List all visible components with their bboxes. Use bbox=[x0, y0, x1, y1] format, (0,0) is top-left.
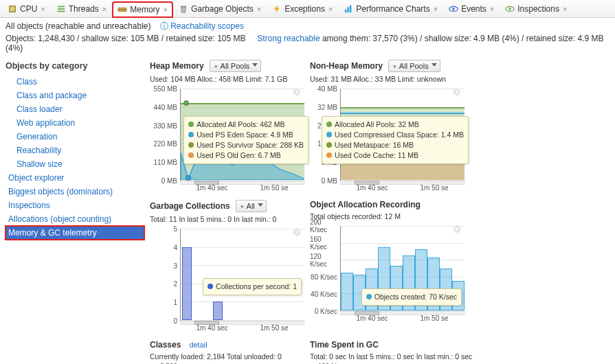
panel-title: Object Allocation Recording bbox=[310, 200, 421, 209]
tab-threads[interactable]: Threads× bbox=[52, 1, 111, 16]
close-icon[interactable]: × bbox=[102, 5, 107, 13]
summary-reach-text: All objects (reachable and unreachable) bbox=[5, 21, 150, 31]
sidebar-item-generation[interactable]: Generation bbox=[5, 130, 144, 144]
panel-subline: Total: 11 In last 5 mins.: 0 In last min… bbox=[150, 215, 304, 223]
eye-icon bbox=[449, 4, 458, 14]
svg-rect-3 bbox=[58, 8, 65, 10]
trash-icon bbox=[179, 4, 188, 14]
chart-tooltip: Collections per second: 1 bbox=[203, 278, 302, 295]
tab-performance-charts[interactable]: Performance Charts× bbox=[339, 1, 443, 16]
summary-line-2: Objects: 1,248,430 / shallow size: 105 M… bbox=[0, 34, 615, 54]
tab-exceptions[interactable]: Exceptions× bbox=[267, 1, 337, 16]
svg-rect-10 bbox=[345, 9, 347, 12]
threads-icon bbox=[56, 4, 66, 14]
svg-rect-8 bbox=[124, 9, 126, 10]
summary-line-1: All objects (reachable and unreachable) … bbox=[0, 18, 615, 34]
sidebar-item-allocations-object-counting-[interactable]: Allocations (object counting) bbox=[5, 212, 144, 226]
reachability-scopes-link[interactable]: Reachability scopes bbox=[170, 21, 244, 31]
classes-panel: ClassesdetailCurrently loaded: 2,184 Tot… bbox=[150, 340, 304, 364]
sidebar-item-inspections[interactable]: Inspections bbox=[5, 198, 144, 212]
panel-title: Heap Memory bbox=[150, 61, 204, 71]
object-allocation-panel: Object Allocation RecordingTotal objects… bbox=[310, 200, 465, 334]
eye2-icon bbox=[505, 4, 515, 14]
svg-point-16 bbox=[509, 8, 512, 10]
close-icon[interactable]: × bbox=[257, 5, 261, 13]
sidebar: Objects by category ClassClass and packa… bbox=[0, 54, 144, 364]
pool-selector[interactable]: All Pools bbox=[388, 60, 440, 72]
chart-tooltip: Allocated All Pools: 462 MBUsed PS Eden … bbox=[183, 116, 309, 164]
close-icon[interactable]: × bbox=[490, 5, 494, 13]
sidebar-item-web-application[interactable]: Web application bbox=[5, 116, 144, 130]
close-icon[interactable]: × bbox=[164, 5, 168, 14]
panels-area: Heap MemoryAll PoolsUsed: 104 MB Alloc.:… bbox=[144, 54, 615, 364]
sidebar-item-shallow-size[interactable]: Shallow size bbox=[5, 157, 144, 171]
panel-subline: Used: 104 MB Alloc.: 458 MB Limit: 7.1 G… bbox=[150, 75, 304, 83]
svg-rect-6 bbox=[120, 9, 121, 10]
tab-events[interactable]: Events× bbox=[444, 1, 499, 16]
svg-rect-4 bbox=[58, 10, 65, 12]
sidebar-item-class[interactable]: Class bbox=[5, 75, 144, 89]
garbage-collections-panel: Garbage CollectionsAllTotal: 11 In last … bbox=[150, 200, 304, 334]
sidebar-item-memory-gc-telemetry[interactable]: Memory & GC telemetry bbox=[5, 226, 144, 240]
sidebar-item-object-explorer[interactable]: Object explorer bbox=[5, 171, 144, 185]
strong-reachable-label: Strong reachable bbox=[257, 34, 320, 43]
svg-rect-1 bbox=[10, 7, 14, 10]
close-icon[interactable]: × bbox=[434, 5, 438, 13]
chart-icon bbox=[344, 4, 353, 14]
tab-garbage-objects[interactable]: Garbage Objects× bbox=[174, 1, 266, 16]
chart-tooltip: Allocated All Pools: 32 MBUsed Compresse… bbox=[322, 116, 469, 164]
tab-bar: CPU×Threads×Memory×Garbage Objects×Excep… bbox=[0, 0, 615, 18]
sidebar-item-reachability[interactable]: Reachability bbox=[5, 144, 144, 157]
panel-title: Classes bbox=[150, 340, 181, 350]
pool-selector[interactable]: All bbox=[236, 200, 267, 212]
sidebar-item-biggest-objects-dominators-[interactable]: Biggest objects (dominators) bbox=[5, 185, 144, 198]
svg-rect-7 bbox=[122, 9, 123, 10]
sidebar-item-class-and-package[interactable]: Class and package bbox=[5, 89, 144, 102]
svg-rect-11 bbox=[348, 7, 350, 12]
detail-link[interactable]: detail bbox=[189, 341, 207, 349]
panel-subline: Used: 31 MB Alloc.: 33 MB Limit: unknown bbox=[310, 75, 465, 83]
memory-icon bbox=[118, 5, 127, 14]
non-heap-memory-panel: Non-Heap MemoryAll PoolsUsed: 31 MB Allo… bbox=[310, 60, 465, 194]
tab-inspections[interactable]: Inspections× bbox=[500, 1, 572, 16]
panel-subline: Total: 0 sec In last 5 mins.: 0 sec In l… bbox=[310, 352, 465, 361]
cpu-icon bbox=[8, 4, 17, 14]
panel-title: Non-Heap Memory bbox=[310, 61, 383, 71]
svg-rect-2 bbox=[58, 5, 65, 7]
tab-memory[interactable]: Memory× bbox=[113, 2, 172, 17]
close-icon[interactable]: × bbox=[41, 5, 45, 13]
info-icon: ⓘ bbox=[160, 21, 168, 31]
heap-memory-panel: Heap MemoryAll PoolsUsed: 104 MB Alloc.:… bbox=[150, 60, 304, 194]
sidebar-item-class-loader[interactable]: Class loader bbox=[5, 102, 144, 116]
svg-point-14 bbox=[452, 8, 455, 10]
objects-stats: Objects: 1,248,430 / shallow size: 105 M… bbox=[5, 34, 246, 43]
sidebar-title: Objects by category bbox=[5, 61, 144, 71]
close-icon[interactable]: × bbox=[328, 5, 333, 13]
svg-rect-12 bbox=[350, 5, 352, 12]
pool-selector[interactable]: All Pools bbox=[210, 60, 262, 72]
chart-tooltip: Objects created: 70 K/sec bbox=[361, 288, 462, 306]
tab-cpu[interactable]: CPU× bbox=[3, 1, 50, 16]
panel-title: Garbage Collections bbox=[150, 201, 230, 211]
panel-subline: Currently loaded: 2,184 Total unloaded: … bbox=[150, 352, 304, 361]
bolt-icon bbox=[272, 4, 282, 14]
time-in-gc-panel: Time Spent in GCTotal: 0 sec In last 5 m… bbox=[310, 340, 465, 364]
close-icon[interactable]: × bbox=[563, 5, 567, 13]
panel-title: Time Spent in GC bbox=[310, 340, 379, 350]
svg-rect-9 bbox=[181, 5, 187, 7]
